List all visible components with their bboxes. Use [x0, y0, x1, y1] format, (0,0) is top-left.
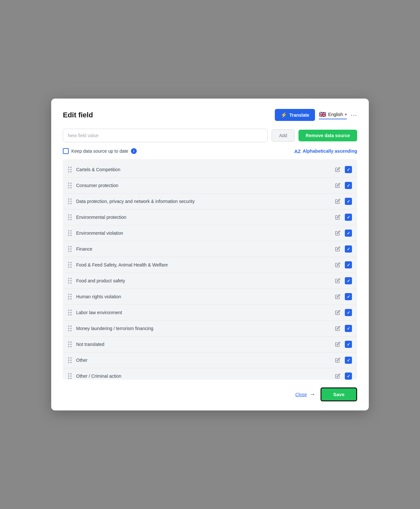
arrow-icon: → [309, 391, 315, 398]
item-checkbox[interactable] [345, 198, 352, 205]
drag-handle[interactable] [68, 310, 72, 315]
list-item: Food and product safety [63, 273, 357, 289]
edit-item-button[interactable] [334, 261, 342, 269]
list-item: Other [63, 352, 357, 368]
edit-item-button[interactable] [334, 293, 342, 301]
modal-title: Edit field [63, 111, 93, 119]
item-actions [334, 372, 352, 380]
edit-item-button[interactable] [334, 245, 342, 253]
item-checkbox[interactable] [345, 261, 352, 268]
edit-item-button[interactable] [334, 277, 342, 285]
item-actions [334, 166, 352, 173]
drag-handle[interactable] [68, 198, 72, 204]
keep-source-checkbox[interactable] [63, 148, 69, 154]
list-item: Labor law environment [63, 305, 357, 321]
translate-button[interactable]: ⚡ Translate [275, 109, 315, 121]
item-label: Cartels & Competition [76, 167, 334, 172]
item-label: Money laundering / terrorism financing [76, 326, 334, 331]
edit-field-modal: Edit field ⚡ Translate 🇬🇧 English ▾ ··· … [51, 99, 369, 410]
item-checkbox[interactable] [345, 309, 352, 316]
item-label: Not translated [76, 342, 334, 347]
item-actions [334, 325, 352, 332]
list-item: Consumer protection [63, 178, 357, 194]
items-list: Cartels & CompetitionConsumer protection… [63, 159, 357, 380]
list-item: Data protection, privacy and network & i… [63, 194, 357, 209]
options-row: Keep data source up to date i AZ Alphabe… [63, 148, 357, 154]
more-options-icon[interactable]: ··· [351, 111, 357, 119]
item-actions [334, 340, 352, 348]
list-item: Cartels & Competition [63, 162, 357, 178]
item-checkbox[interactable] [345, 214, 352, 221]
input-row: Add Remove data source [63, 129, 357, 142]
item-actions [334, 245, 352, 253]
item-actions [334, 213, 352, 221]
drag-handle[interactable] [68, 341, 72, 347]
edit-item-button[interactable] [334, 340, 342, 348]
item-checkbox[interactable] [345, 357, 352, 364]
translate-icon: ⚡ [281, 112, 287, 118]
item-checkbox[interactable] [345, 341, 352, 348]
language-selector[interactable]: 🇬🇧 English ▾ [319, 111, 347, 119]
drag-handle[interactable] [68, 357, 72, 363]
modal-footer: Close → Save [63, 387, 357, 401]
item-checkbox[interactable] [345, 277, 352, 284]
drag-handle[interactable] [68, 167, 72, 172]
drag-handle[interactable] [68, 246, 72, 252]
item-label: Other / Criminal action [76, 373, 334, 379]
close-area: Close → [295, 391, 315, 398]
item-checkbox[interactable] [345, 293, 352, 300]
item-checkbox[interactable] [345, 325, 352, 332]
list-item: Money laundering / terrorism financing [63, 321, 357, 337]
language-label: English [328, 112, 343, 117]
drag-handle[interactable] [68, 183, 72, 188]
edit-item-button[interactable] [334, 213, 342, 221]
list-item: Environmental protection [63, 209, 357, 225]
list-item: Other / Criminal action [63, 368, 357, 380]
edit-item-button[interactable] [334, 356, 342, 364]
item-actions [334, 197, 352, 205]
translate-label: Translate [289, 112, 309, 118]
drag-handle[interactable] [68, 262, 72, 268]
list-item: Finance [63, 241, 357, 257]
item-checkbox[interactable] [345, 245, 352, 253]
item-checkbox[interactable] [345, 373, 352, 380]
drag-handle[interactable] [68, 326, 72, 331]
edit-item-button[interactable] [334, 182, 342, 189]
info-icon[interactable]: i [131, 148, 137, 154]
item-checkbox[interactable] [345, 166, 352, 173]
item-label: Labor law environment [76, 310, 334, 315]
new-field-input[interactable] [63, 129, 268, 142]
drag-handle[interactable] [68, 230, 72, 236]
close-button[interactable]: Close [295, 392, 307, 397]
drag-handle[interactable] [68, 294, 72, 300]
sort-label: Alphabetically ascending [303, 148, 357, 154]
keep-source-row: Keep data source up to date i [63, 148, 137, 154]
drag-handle[interactable] [68, 373, 72, 379]
save-button[interactable]: Save [321, 387, 357, 401]
item-actions [334, 261, 352, 269]
edit-item-button[interactable] [334, 309, 342, 316]
item-actions [334, 309, 352, 316]
item-checkbox[interactable] [345, 230, 352, 237]
item-label: Other [76, 358, 334, 363]
edit-item-button[interactable] [334, 229, 342, 237]
item-checkbox[interactable] [345, 182, 352, 189]
item-actions [334, 229, 352, 237]
list-item: Food & Feed Safety, Animal Health & Welf… [63, 257, 357, 273]
keep-source-label: Keep data source up to date [71, 148, 128, 154]
drag-handle[interactable] [68, 214, 72, 220]
edit-item-button[interactable] [334, 372, 342, 380]
edit-item-button[interactable] [334, 197, 342, 205]
list-item: Human rights violation [63, 289, 357, 305]
list-item: Environmental violation [63, 225, 357, 241]
add-button[interactable]: Add [272, 129, 295, 142]
remove-datasource-button[interactable]: Remove data source [298, 130, 357, 141]
edit-item-button[interactable] [334, 325, 342, 332]
header-actions: ⚡ Translate 🇬🇧 English ▾ ··· [275, 109, 357, 121]
item-actions [334, 277, 352, 285]
drag-handle[interactable] [68, 278, 72, 284]
az-icon: AZ [294, 148, 301, 154]
sort-button[interactable]: AZ Alphabetically ascending [294, 148, 357, 154]
edit-item-button[interactable] [334, 166, 342, 173]
item-actions [334, 356, 352, 364]
